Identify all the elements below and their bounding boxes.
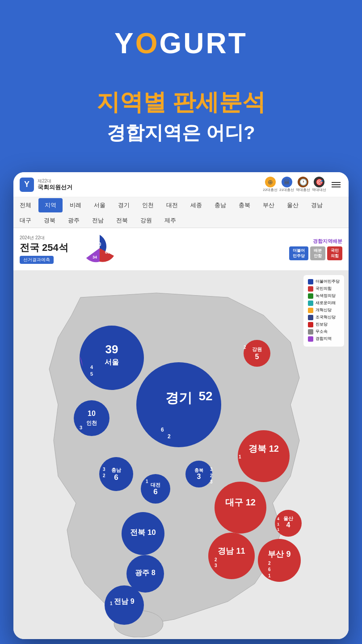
badge-label-pres: 역대대선 <box>312 187 326 192</box>
app-header: Y 제22대 국회의원선거 ⊕ 22대총선 🏛 21대총선 <box>13 172 349 197</box>
legend-item-jinbo: 진보당 <box>308 322 340 327</box>
bubble-chungnam-number: 6 <box>114 473 118 482</box>
stats-badge[interactable]: 선거결과예측 <box>20 256 54 264</box>
bubble-chungbuk-number: 3 <box>197 473 201 480</box>
subtitle-main: 지역별 판세분석 <box>9 87 353 118</box>
bubble-gyeongbuk[interactable] <box>238 430 290 482</box>
nav-tabs: 전체 지역 비례 서울 경기 인천 대전 세종 충남 충북 부산 울산 경남 대… <box>13 197 349 228</box>
bubble-chungbuk-label: 충북 <box>194 468 203 473</box>
bubble-jeonnam-small: 1 <box>110 601 113 606</box>
bubble-incheon[interactable] <box>74 400 109 436</box>
bubble-busan-small1: 2 <box>268 561 271 566</box>
tab-seoul[interactable]: 서울 <box>88 197 112 213</box>
badge-icon-history: 🕐 <box>298 177 308 187</box>
bubble-seoul-small2: 5 <box>90 371 93 377</box>
badge-label-21: 21대총선 <box>279 187 294 192</box>
badge-label-22: 22대총선 <box>263 187 278 192</box>
tab-jeonbuk[interactable]: 전북 <box>110 213 134 228</box>
tab-jeju[interactable]: 제주 <box>158 213 182 228</box>
tab-chungnam[interactable]: 충남 <box>208 197 232 213</box>
bubble-gyeonggi-number: 경기 <box>165 390 192 405</box>
bubble-jeonbuk-label: 전북 10 <box>130 528 156 537</box>
tab-daegu[interactable]: 대구 <box>13 213 38 228</box>
bubble-daejeon-label: 대전 <box>151 482 160 487</box>
stats-seats: 전국 254석 <box>20 241 68 254</box>
bubble-gyeonggi-52: 52 <box>198 389 212 403</box>
legend-dot-green <box>308 293 313 299</box>
tab-gangwon[interactable]: 강원 <box>134 213 158 228</box>
bubble-gangwon-number: 5 <box>255 353 259 360</box>
stats-year: 2024년 22대 <box>20 235 68 241</box>
tab-gyeongnam[interactable]: 경남 <box>305 197 329 213</box>
bubble-gwangju-label: 광주 8 <box>135 569 155 576</box>
tab-daejeon[interactable]: 대전 <box>160 197 184 213</box>
bubble-daejeon-number: 6 <box>153 487 157 496</box>
bubble-daegu-number: 대구 12 <box>225 497 256 507</box>
bubble-gyeonggi-small2: 2 <box>168 433 171 440</box>
comp-badge-blue[interactable]: 더불어민주당 <box>289 246 308 260</box>
tab-jeonnam[interactable]: 전남 <box>86 213 110 228</box>
bubble-chungbuk-small1: 3 <box>210 467 213 472</box>
comp-badge-gray[interactable]: 배분안함 <box>310 246 325 260</box>
bubble-chungnam-small2: 2 <box>103 473 105 478</box>
bubble-daegu[interactable] <box>215 482 266 534</box>
bubble-chungnam-small1: 3 <box>103 467 105 472</box>
tab-gyeongbuk[interactable]: 경북 <box>38 213 62 228</box>
app-logo: YOGURT <box>9 27 353 60</box>
badge-21[interactable]: 🏛 21대총선 <box>279 177 294 192</box>
comp-badge-red[interactable]: 국민의힘 <box>327 246 342 260</box>
svg-text:34: 34 <box>93 255 97 259</box>
tab-sejong[interactable]: 세종 <box>184 197 208 213</box>
bubble-busan-number: 부산 9 <box>268 550 290 559</box>
bubble-seoul-small1: 4 <box>90 364 93 370</box>
legend-item-independent: 무소속 <box>308 329 340 335</box>
legend-item-new: 새로운미래 <box>308 300 340 306</box>
hamburger-menu[interactable] <box>330 180 342 189</box>
stats-left: 2024년 22대 전국 254석 선거결과예측 <box>20 235 68 264</box>
tab-gwangju[interactable]: 광주 <box>62 213 86 228</box>
tab-ulsan[interactable]: 울산 <box>281 197 305 213</box>
badge-22[interactable]: ⊕ 22대총선 <box>263 177 278 192</box>
map-area: 더불어민주당 국민의힘 녹색정의당 새로운미래 개혁신당 <box>13 271 349 639</box>
badge-history[interactable]: 🕐 역대총선 <box>296 177 310 192</box>
bubble-seoul-label: 서울 <box>105 358 119 366</box>
legend-item-jokuk: 조국혁신당 <box>308 314 340 320</box>
bubble-gyeongbuk-small1: 1 <box>239 454 241 459</box>
pie-chart-area: 150 66 34 <box>73 233 126 266</box>
legend-label-new: 새로운미래 <box>316 300 336 306</box>
legend-dot-jinbo <box>308 322 313 327</box>
app-title-text: 제22대 국회의원선거 <box>38 178 72 191</box>
bubble-chungbuk-small2: 2 <box>210 473 213 478</box>
legend-label-green: 녹색정의당 <box>316 293 336 299</box>
tab-gyeonggi[interactable]: 경기 <box>112 197 136 213</box>
legend-dot-kukmin <box>308 286 313 292</box>
hamburger-line1 <box>332 182 341 183</box>
tab-birye[interactable]: 비례 <box>63 197 88 213</box>
legend-item-minju: 더불어민주당 <box>308 279 340 284</box>
tab-busan[interactable]: 부산 <box>257 197 281 213</box>
bubble-gyeongnam-small2: 3 <box>215 563 217 568</box>
legend-label-kukmin: 국민의힘 <box>316 286 332 292</box>
election-badges: ⊕ 22대총선 🏛 21대총선 🕐 역대총선 🎯 역대대선 <box>263 177 326 192</box>
tab-jeonche[interactable]: 전체 <box>13 197 38 213</box>
stats-bar: 2024년 22대 전국 254석 선거결과예측 150 66 34 <box>13 228 349 271</box>
app-container: Y 제22대 국회의원선거 ⊕ 22대총선 🏛 21대총선 <box>0 172 362 644</box>
legend-dot-reform <box>308 308 313 313</box>
tab-jiyeok[interactable]: 지역 <box>38 198 63 212</box>
badge-pres[interactable]: 🎯 역대대선 <box>312 177 326 192</box>
legend-item-competition: 경합지역 <box>308 336 340 342</box>
app-logo-area: Y 제22대 국회의원선거 <box>20 178 72 192</box>
bubble-gyeongnam[interactable] <box>208 533 255 579</box>
korea-map: 39 서울 4 5 경기 52 6 2 10 인천 3 <box>13 271 349 637</box>
tab-chungbuk[interactable]: 충북 <box>232 197 257 213</box>
legend-label-jinbo: 진보당 <box>316 322 328 327</box>
logo-dot: O <box>135 27 160 59</box>
legend-label-independent: 무소속 <box>316 329 328 335</box>
bubble-seoul[interactable] <box>80 326 144 390</box>
bubble-ulsan-number: 4 <box>286 521 290 529</box>
bubble-ulsan-small2: 1 <box>277 522 279 526</box>
bubble-chungnam-label: 충남 <box>111 467 122 473</box>
hamburger-line3 <box>332 186 341 187</box>
tab-incheon[interactable]: 인천 <box>136 197 160 213</box>
bubble-busan[interactable] <box>258 539 301 582</box>
